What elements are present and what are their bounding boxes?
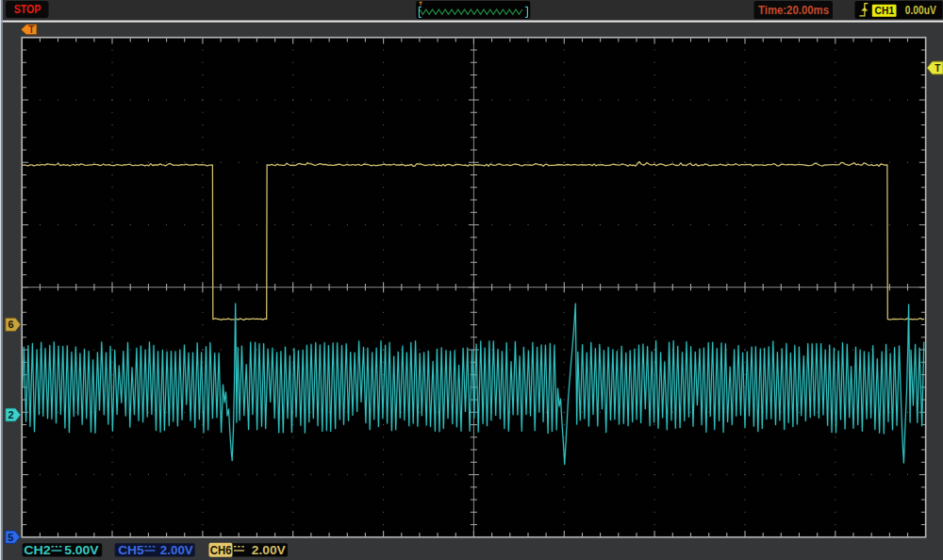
svg-text:CH1: CH1 — [875, 5, 895, 16]
svg-text:6: 6 — [8, 319, 14, 330]
svg-text:5.00V: 5.00V — [64, 544, 99, 557]
svg-text:T: T — [935, 63, 940, 74]
svg-text:CH5: CH5 — [118, 544, 144, 557]
svg-text:Time:20.00ms: Time:20.00ms — [758, 4, 829, 17]
svg-text:0.00uV: 0.00uV — [905, 4, 937, 17]
svg-text:5: 5 — [8, 532, 13, 543]
svg-text:T: T — [28, 25, 34, 35]
svg-text:2.00V: 2.00V — [160, 544, 194, 557]
svg-text:CH6: CH6 — [210, 544, 232, 557]
svg-text:2.00V: 2.00V — [252, 544, 287, 557]
svg-text:CH2: CH2 — [24, 544, 51, 557]
svg-text:2: 2 — [8, 409, 14, 420]
svg-text:STOP: STOP — [14, 3, 41, 16]
